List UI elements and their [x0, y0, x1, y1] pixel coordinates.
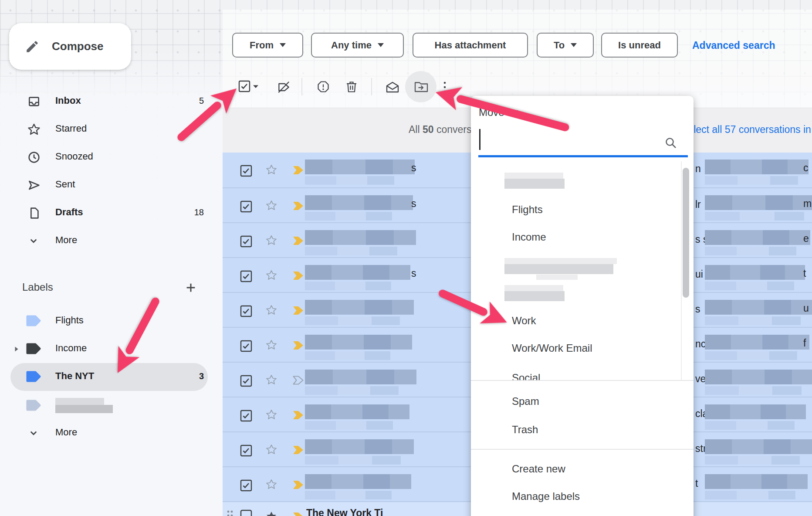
star-icon[interactable] — [265, 510, 278, 516]
popup-item-trash[interactable]: Trash — [512, 424, 538, 436]
star-icon[interactable] — [265, 443, 278, 456]
mark-read-icon[interactable] — [385, 81, 400, 94]
redacted-subject — [705, 230, 810, 245]
importance-marker-icon[interactable] — [292, 375, 304, 385]
filter-chip-is-unread[interactable]: Is unread — [601, 33, 678, 58]
label-search-input[interactable] — [478, 125, 688, 155]
chip-label: Has attachment — [435, 40, 506, 51]
row-checkbox[interactable] — [240, 339, 253, 353]
importance-marker-icon[interactable] — [292, 306, 304, 316]
row-checkbox[interactable] — [240, 509, 253, 516]
sidebar-item-label: Drafts — [55, 207, 83, 218]
sidebar-label-flights[interactable]: Flights — [0, 307, 223, 335]
row-checkbox[interactable] — [240, 270, 253, 283]
select-all-checkbox[interactable] — [238, 80, 251, 93]
star-icon[interactable] — [265, 373, 278, 387]
sidebar-item-drafts[interactable]: Drafts18 — [0, 199, 223, 227]
select-all-conversations-link[interactable]: Select all 57 conversations in The NYT — [681, 124, 812, 136]
redacted-subject — [705, 335, 809, 350]
popup-item-spam[interactable]: Spam — [512, 395, 539, 407]
row-checkbox[interactable] — [240, 479, 253, 492]
subject-fragment: ui — [695, 268, 703, 280]
star-icon[interactable] — [265, 234, 278, 247]
create-label-button[interactable] — [184, 281, 197, 294]
row-checkbox[interactable] — [240, 409, 253, 422]
delete-icon[interactable] — [345, 80, 359, 94]
redacted-snippet — [305, 282, 391, 290]
redacted-snippet — [305, 212, 392, 221]
redacted-label-option[interactable] — [504, 264, 613, 274]
redacted-snippet — [305, 316, 400, 325]
star-icon[interactable] — [265, 408, 278, 421]
row-checkbox[interactable] — [240, 374, 253, 387]
row-checkbox[interactable] — [240, 305, 253, 318]
redacted-sender — [305, 265, 410, 280]
importance-marker-icon[interactable] — [292, 512, 304, 516]
drag-handle-icon[interactable] — [225, 508, 235, 516]
popup-action-manage-labels[interactable]: Manage labels — [512, 490, 580, 502]
label-tag-icon — [25, 314, 42, 328]
importance-marker-icon[interactable] — [292, 236, 304, 246]
scrollbar-thumb[interactable] — [683, 168, 689, 298]
redacted-sender — [305, 439, 414, 454]
popup-action-create-new[interactable]: Create new — [512, 463, 565, 475]
send-icon — [27, 178, 41, 192]
popup-label-option-income[interactable]: Income — [512, 231, 546, 243]
move-to-icon[interactable] — [414, 80, 429, 93]
row-checkbox[interactable] — [240, 235, 253, 248]
redacted-label-option[interactable] — [504, 258, 617, 264]
filter-chip-from[interactable]: From — [232, 33, 303, 58]
redacted-snippet — [705, 176, 798, 185]
redacted-snippet — [305, 491, 392, 499]
popup-label-option-social[interactable]: Social — [512, 372, 540, 381]
star-icon[interactable] — [265, 199, 278, 212]
advanced-search-link[interactable]: Advanced search — [692, 40, 775, 51]
sidebar-label-more[interactable]: More — [0, 419, 223, 447]
star-icon[interactable] — [265, 339, 278, 352]
compose-button[interactable]: Compose — [9, 23, 131, 70]
chevron-down-icon — [27, 234, 40, 247]
redacted-snippet — [305, 421, 393, 430]
sidebar-label-redacted[interactable] — [0, 392, 223, 420]
row-checkbox[interactable] — [240, 164, 253, 177]
filter-chip-to[interactable]: To — [537, 33, 594, 58]
importance-marker-icon[interactable] — [292, 480, 304, 490]
filter-chip-any-time[interactable]: Any time — [311, 33, 404, 58]
report-spam-icon[interactable] — [316, 80, 330, 94]
importance-marker-icon[interactable] — [292, 201, 304, 211]
label-tag-icon — [25, 342, 42, 356]
redacted-snippet — [705, 247, 796, 255]
redacted-subject — [705, 370, 812, 384]
importance-marker-icon[interactable] — [292, 445, 304, 455]
importance-marker-icon[interactable] — [292, 410, 304, 420]
row-checkbox[interactable] — [240, 200, 253, 213]
importance-marker-icon[interactable] — [292, 271, 304, 281]
redacted-label-option[interactable] — [504, 173, 563, 179]
label-off-icon[interactable] — [276, 80, 291, 95]
star-icon[interactable] — [265, 304, 278, 317]
filter-chip-has-attachment[interactable]: Has attachment — [413, 33, 528, 58]
redacted-snippet — [305, 386, 399, 395]
star-icon[interactable] — [265, 163, 278, 177]
toolbar-divider — [371, 78, 372, 95]
sidebar-item-more[interactable]: More — [0, 227, 223, 255]
compose-label: Compose — [52, 40, 103, 53]
select-dropdown-caret[interactable] — [252, 84, 260, 90]
sidebar-item-label: Inbox — [55, 95, 81, 106]
redacted-label-option[interactable] — [504, 285, 563, 291]
redacted-label-option[interactable] — [504, 291, 565, 301]
popup-label-option-work[interactable]: Work — [512, 315, 536, 327]
popup-label-option-flights[interactable]: Flights — [512, 204, 543, 216]
redacted-snippet — [305, 247, 397, 255]
row-checkbox[interactable] — [240, 444, 253, 457]
sidebar-item-sent[interactable]: Sent — [0, 171, 223, 199]
importance-marker-icon[interactable] — [292, 340, 304, 350]
label-count: 3 — [199, 371, 204, 381]
redacted-label-option[interactable] — [504, 179, 565, 189]
redacted-subject — [705, 160, 809, 174]
importance-marker-icon[interactable] — [292, 165, 304, 175]
star-icon[interactable] — [265, 478, 278, 491]
star-icon[interactable] — [265, 269, 278, 282]
expand-caret-icon[interactable] — [13, 346, 20, 353]
popup-label-option-work-work-email[interactable]: Work/Work Email — [512, 342, 592, 354]
